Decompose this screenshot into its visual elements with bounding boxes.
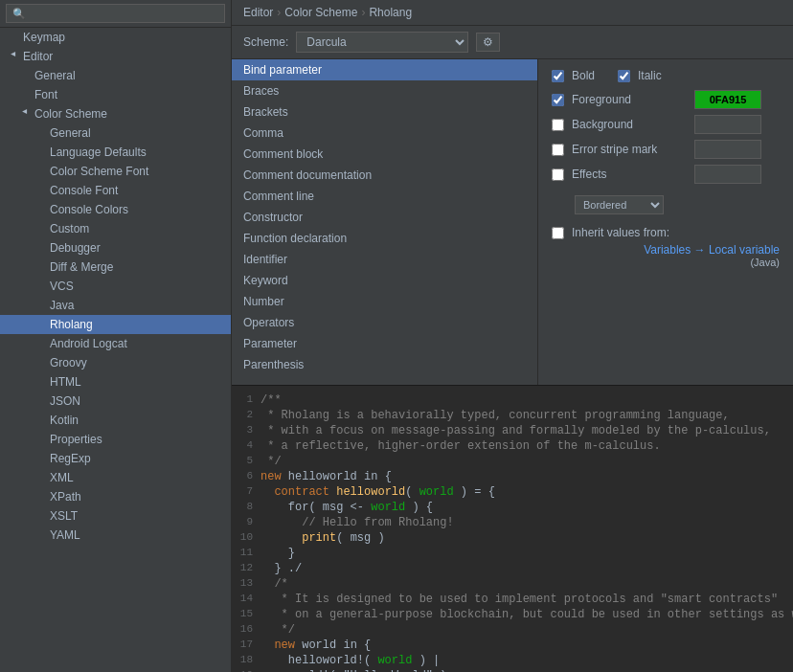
- background-color-box[interactable]: [694, 115, 761, 134]
- line-content: * a reflective, higher-order extension o…: [261, 439, 661, 453]
- bold-checkbox[interactable]: [552, 70, 564, 82]
- sidebar-search-container: [0, 0, 231, 28]
- breadcrumb-sep1: ›: [277, 6, 281, 19]
- sidebar-item-regexp[interactable]: RegExp: [0, 449, 231, 468]
- sidebar-item-xpath[interactable]: XPath: [0, 487, 231, 506]
- token-item-comma[interactable]: Comma: [232, 123, 537, 144]
- foreground-row: Foreground 0FA915: [552, 90, 780, 109]
- token-item-keyword[interactable]: Keyword: [232, 270, 537, 291]
- line-number: 18: [232, 654, 261, 665]
- effects-color-box[interactable]: [694, 165, 761, 184]
- breadcrumb: Editor › Color Scheme › Rholang: [232, 0, 793, 26]
- sidebar-item-xslt[interactable]: XSLT: [0, 506, 231, 526]
- search-input[interactable]: [6, 4, 225, 23]
- line-content: /**: [261, 393, 282, 407]
- sidebar-item-java[interactable]: Java: [0, 296, 231, 315]
- code-token: }: [261, 547, 295, 560]
- breadcrumb-sep2: ›: [361, 6, 365, 19]
- token-item-comment-block[interactable]: Comment block: [232, 144, 537, 165]
- sidebar-item-lang-defaults[interactable]: Language Defaults: [0, 143, 231, 162]
- bordered-select[interactable]: Bordered Underscored Underwave: [575, 195, 664, 214]
- scheme-bar: Scheme: Darcula Default High Contrast ⚙: [232, 26, 793, 59]
- italic-checkbox[interactable]: [618, 70, 630, 82]
- line-number: 15: [232, 608, 261, 619]
- sidebar-item-html[interactable]: HTML: [0, 372, 231, 392]
- line-content: }: [261, 547, 295, 560]
- sidebar-item-groovy[interactable]: Groovy: [0, 353, 231, 372]
- token-item-number[interactable]: Number: [232, 291, 537, 312]
- sidebar-item-cs-font[interactable]: Color Scheme Font: [0, 162, 231, 181]
- code-token: */: [261, 455, 282, 468]
- sidebar-item-xml[interactable]: XML: [0, 468, 231, 487]
- sidebar-item-android-logcat[interactable]: Android Logcat: [0, 334, 231, 353]
- line-number: 12: [232, 562, 261, 573]
- line-number: 2: [232, 409, 261, 420]
- line-number: 14: [232, 593, 261, 604]
- sidebar-item-custom[interactable]: Custom: [0, 219, 231, 238]
- code-token: * on a general-purpose blockchain, but c…: [261, 608, 793, 621]
- sidebar-tree: Keymap▾EditorGeneralFont▾Color SchemeGen…: [0, 28, 231, 545]
- effects-row: Effects: [552, 165, 780, 184]
- sidebar-item-cs-general[interactable]: General: [0, 123, 231, 143]
- code-token: new: [261, 638, 302, 652]
- sidebar-item-vcs[interactable]: VCS: [0, 277, 231, 296]
- token-item-comment-documentation[interactable]: Comment documentation: [232, 165, 537, 186]
- background-row: Background: [552, 115, 780, 134]
- code-token: ) {: [405, 501, 433, 514]
- foreground-checkbox[interactable]: [552, 94, 564, 106]
- token-item-identifier[interactable]: Identifier: [232, 249, 537, 270]
- token-item-function-declaration[interactable]: Function declaration: [232, 228, 537, 249]
- token-item-parenthesis[interactable]: Parenthesis: [232, 354, 537, 375]
- sidebar-item-properties[interactable]: Properties: [0, 430, 231, 449]
- line-content: * on a general-purpose blockchain, but c…: [261, 608, 793, 621]
- gear-button[interactable]: ⚙: [476, 33, 500, 52]
- error-stripe-checkbox[interactable]: [552, 144, 564, 156]
- sidebar-item-kotlin[interactable]: Kotlin: [0, 411, 231, 430]
- bold-italic-row: Bold Italic: [552, 69, 780, 82]
- sidebar-item-json[interactable]: JSON: [0, 392, 231, 411]
- background-checkbox[interactable]: [552, 119, 564, 131]
- error-stripe-color-box[interactable]: [694, 140, 761, 159]
- code-token: in {: [343, 638, 371, 652]
- token-item-operators[interactable]: Operators: [232, 312, 537, 333]
- line-content: new helloworld in {: [261, 470, 392, 483]
- token-item-brackets[interactable]: Brackets: [232, 101, 537, 123]
- sidebar-item-keymap[interactable]: Keymap: [0, 28, 231, 47]
- token-item-constructor[interactable]: Constructor: [232, 207, 537, 228]
- sidebar-item-font[interactable]: Font: [0, 85, 231, 104]
- sidebar-item-debugger[interactable]: Debugger: [0, 238, 231, 258]
- line-number: 10: [232, 531, 261, 543]
- inherit-link[interactable]: Variables → Local variable: [552, 243, 780, 257]
- code-line: 16 */: [232, 623, 793, 638]
- code-token: * with a focus on message-passing and fo…: [261, 424, 771, 437]
- sidebar-item-console-colors[interactable]: Console Colors: [0, 200, 231, 219]
- error-stripe-row: Error stripe mark: [552, 140, 780, 159]
- sidebar-item-color-scheme[interactable]: ▾Color Scheme: [0, 104, 231, 123]
- sidebar-item-diff-merge[interactable]: Diff & Merge: [0, 258, 231, 277]
- token-item-bind-parameter[interactable]: Bind parameter: [232, 59, 537, 80]
- code-line: 9 // Hello from Rholang!: [232, 516, 793, 531]
- code-token: world: [419, 485, 454, 499]
- sidebar-item-label: HTML: [50, 375, 81, 389]
- line-content: } ./: [261, 562, 302, 575]
- token-item-parameter[interactable]: Parameter: [232, 333, 537, 354]
- inherit-checkbox[interactable]: [552, 227, 564, 239]
- token-item-comment-line[interactable]: Comment line: [232, 186, 537, 207]
- foreground-color-box[interactable]: 0FA915: [694, 90, 761, 109]
- token-item-braces[interactable]: Braces: [232, 80, 537, 101]
- sidebar-item-rholang[interactable]: Rholang: [0, 315, 231, 334]
- sidebar-item-editor[interactable]: ▾Editor: [0, 47, 231, 66]
- code-token: new: [261, 470, 288, 483]
- scheme-select[interactable]: Darcula Default High Contrast: [296, 32, 468, 53]
- sidebar-item-console-font[interactable]: Console Font: [0, 181, 231, 200]
- sidebar-item-general[interactable]: General: [0, 66, 231, 85]
- code-lines: 1/**2 * Rholang is a behaviorally typed,…: [232, 393, 793, 672]
- line-content: * Rholang is a behaviorally typed, concu…: [261, 409, 730, 422]
- line-number: 11: [232, 547, 261, 558]
- effects-checkbox[interactable]: [552, 168, 564, 181]
- error-stripe-label: Error stripe mark: [572, 143, 687, 156]
- sidebar-item-yaml[interactable]: YAML: [0, 526, 231, 545]
- sidebar-item-label: YAML: [50, 528, 80, 542]
- scheme-label: Scheme:: [243, 35, 288, 49]
- sidebar-item-label: Kotlin: [50, 414, 79, 427]
